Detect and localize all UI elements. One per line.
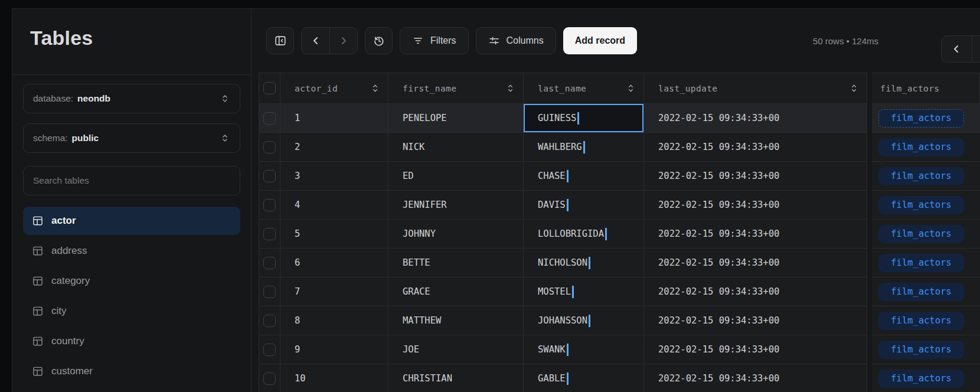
sidebar-item-category[interactable]: category xyxy=(23,267,240,295)
cell-last-update[interactable]: 2022-02-15 09:34:33+00 xyxy=(644,364,867,392)
film-actors-link[interactable]: film_actors xyxy=(878,225,964,243)
row-checkbox[interactable] xyxy=(263,257,276,269)
add-record-button[interactable]: Add record xyxy=(563,27,637,54)
film-actors-link[interactable]: film_actors xyxy=(878,341,964,359)
cell-first-name[interactable]: JENNIFER xyxy=(388,191,524,220)
cell-last-update[interactable]: 2022-02-15 09:34:33+00 xyxy=(644,306,867,335)
cell-last-update[interactable]: 2022-02-15 09:34:33+00 xyxy=(644,191,867,220)
sidebar-item-city[interactable]: city xyxy=(23,297,240,325)
sort-icon[interactable] xyxy=(371,83,380,93)
cell-last-update[interactable]: 2022-02-15 09:34:33+00 xyxy=(644,133,867,162)
sidebar-item-address[interactable]: address xyxy=(23,237,240,265)
cell-actor-id[interactable]: 6 xyxy=(280,249,388,277)
cell-last-name[interactable]: JOHANSSON xyxy=(524,306,644,335)
column-gap xyxy=(867,335,872,364)
row-checkbox[interactable] xyxy=(263,141,276,153)
cell-first-name[interactable]: JOHNNY xyxy=(388,220,524,249)
row-checkbox[interactable] xyxy=(263,373,276,385)
cell-last-update[interactable]: 2022-02-15 09:34:33+00 xyxy=(644,335,867,364)
film-actors-link[interactable]: film_actors xyxy=(878,312,964,330)
row-checkbox[interactable] xyxy=(263,199,276,211)
sort-icon[interactable] xyxy=(850,83,858,93)
row-checkbox[interactable] xyxy=(263,228,276,240)
column-header-film_actors[interactable]: film_actors xyxy=(872,73,980,104)
cell-actor-id[interactable]: 3 xyxy=(280,162,388,191)
previous-page-button[interactable] xyxy=(942,36,972,62)
row-checkbox[interactable] xyxy=(263,315,276,327)
column-gap xyxy=(867,104,872,133)
sidebar-item-country[interactable]: country xyxy=(23,327,240,355)
cell-actor-id[interactable]: 5 xyxy=(280,220,388,249)
toolbar: Filters Columns Add record 50 rows • 124… xyxy=(251,9,980,73)
cell-last-update[interactable]: 2022-02-15 09:34:33+00 xyxy=(644,220,867,249)
sidebar-item-actor[interactable]: actor xyxy=(23,207,240,235)
collapse-sidebar-button[interactable] xyxy=(266,27,294,54)
cell-first-name[interactable]: JOE xyxy=(388,335,524,364)
film-actors-link[interactable]: film_actors xyxy=(878,254,964,272)
film-actors-link[interactable]: film_actors xyxy=(878,283,964,301)
cell-actor-id[interactable]: 4 xyxy=(280,191,388,220)
cell-first-name[interactable]: PENELOPE xyxy=(388,104,524,133)
film-actors-link[interactable]: film_actors xyxy=(878,138,964,156)
history-button[interactable] xyxy=(365,27,393,54)
cell-last-name[interactable]: SWANK xyxy=(524,335,644,364)
forward-button[interactable] xyxy=(329,28,357,54)
row-checkbox[interactable] xyxy=(263,344,276,356)
column-header-last_name[interactable]: last_name xyxy=(524,73,644,104)
database-select[interactable]: database: neondb xyxy=(23,84,240,113)
sidebar-item-customer[interactable]: customer xyxy=(23,357,240,386)
page-title: Tables xyxy=(30,27,251,50)
text-cursor xyxy=(567,199,569,211)
cell-last-name[interactable]: NICHOLSON xyxy=(524,249,644,277)
cell-actor-id[interactable]: 7 xyxy=(280,277,388,306)
search-tables-input[interactable] xyxy=(23,166,240,195)
column-gap xyxy=(867,220,872,249)
cell-last-name[interactable]: LOLLOBRIGIDA xyxy=(524,220,644,249)
cell-last-name[interactable]: MOSTEL xyxy=(524,277,644,306)
row-select-cell xyxy=(259,249,280,277)
cell-last-name[interactable]: CHASE xyxy=(524,162,644,191)
cell-film-actors: film_actors xyxy=(872,104,980,133)
back-button[interactable] xyxy=(302,28,329,54)
columns-button[interactable]: Columns xyxy=(476,27,556,54)
cell-last-name[interactable]: GUINESS xyxy=(524,104,644,133)
select-all-checkbox[interactable] xyxy=(263,82,276,94)
cell-last-update[interactable]: 2022-02-15 09:34:33+00 xyxy=(644,104,867,133)
cell-actor-id[interactable]: 10 xyxy=(280,364,388,392)
cell-film-actors: film_actors xyxy=(872,364,980,392)
row-checkbox[interactable] xyxy=(263,170,276,182)
columns-button-label: Columns xyxy=(507,35,544,46)
cell-last-name[interactable]: GABLE xyxy=(524,364,644,392)
cell-actor-id[interactable]: 8 xyxy=(280,306,388,335)
cell-actor-id[interactable]: 1 xyxy=(280,104,388,133)
cell-last-name[interactable]: WAHLBERG xyxy=(524,133,644,162)
film-actors-link[interactable]: film_actors xyxy=(878,196,964,214)
schema-select[interactable]: schema: public xyxy=(23,123,240,153)
cell-first-name[interactable]: CHRISTIAN xyxy=(388,364,524,392)
cell-first-name[interactable]: NICK xyxy=(388,133,524,162)
cell-actor-id[interactable]: 9 xyxy=(280,335,388,364)
sort-icon[interactable] xyxy=(506,83,515,93)
film-actors-link[interactable]: film_actors xyxy=(878,370,964,388)
row-checkbox[interactable] xyxy=(263,112,276,125)
cell-first-name[interactable]: ED xyxy=(388,162,524,191)
cell-first-name[interactable]: BETTE xyxy=(388,249,524,277)
film-actors-link[interactable]: film_actors xyxy=(878,109,964,128)
column-header-last_update[interactable]: last_update xyxy=(644,73,867,104)
column-header-first_name[interactable]: first_name xyxy=(388,73,524,104)
cell-last-update[interactable]: 2022-02-15 09:34:33+00 xyxy=(644,277,867,306)
cell-actor-id[interactable]: 2 xyxy=(280,133,388,162)
cell-last-name[interactable]: DAVIS xyxy=(524,191,644,220)
cell-first-name[interactable]: GRACE xyxy=(388,277,524,306)
film-actors-link[interactable]: film_actors xyxy=(878,167,964,185)
cell-first-name[interactable]: MATTHEW xyxy=(388,306,524,335)
cell-last-update[interactable]: 2022-02-15 09:34:33+00 xyxy=(644,249,867,277)
cell-film-actors: film_actors xyxy=(872,335,980,364)
row-checkbox[interactable] xyxy=(263,286,276,298)
sort-icon[interactable] xyxy=(626,83,635,93)
cell-last-update[interactable]: 2022-02-15 09:34:33+00 xyxy=(644,162,867,191)
table-list: actor address category cit xyxy=(23,207,240,386)
next-page-button[interactable] xyxy=(972,36,980,62)
column-header-actor_id[interactable]: actor_id xyxy=(280,73,388,104)
filters-button[interactable]: Filters xyxy=(400,27,469,54)
